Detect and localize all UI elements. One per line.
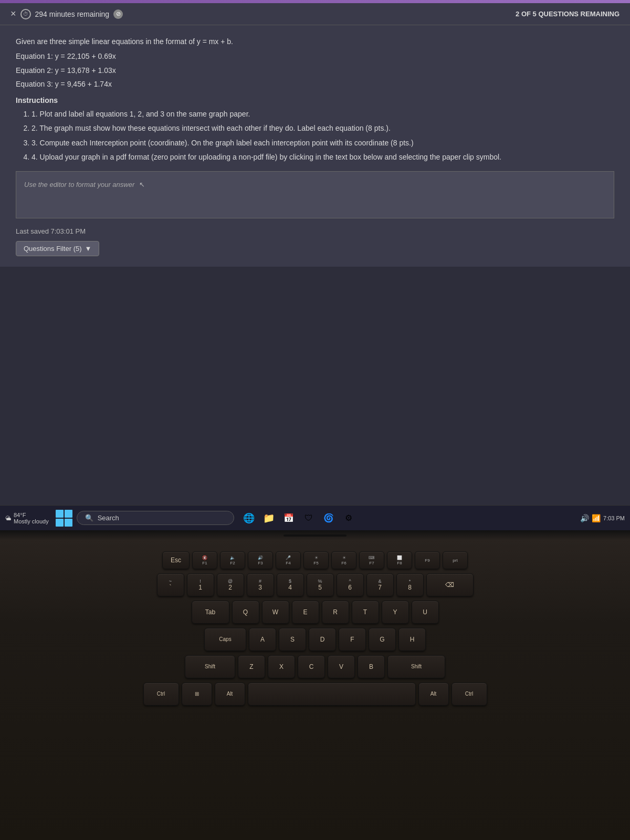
calendar-icon[interactable]: 📅 <box>281 510 297 526</box>
search-placeholder-text: Search <box>98 514 119 522</box>
laptop-screen: × ⏱ 294 minutes remaining ⊘ 2 OF 5 QUEST… <box>0 0 630 530</box>
timer-bar: × ⏱ 294 minutes remaining ⊘ 2 OF 5 QUEST… <box>0 3 630 25</box>
key-ctrl-right[interactable]: Ctrl <box>452 682 487 706</box>
timer-icon: ⏱ <box>20 9 31 19</box>
key-3[interactable]: # 3 <box>247 573 274 596</box>
taskbar: 🌥 84°F Mostly cloudy 🔍 Search 🌐 📁 📅 🛡 🌀 … <box>0 505 630 530</box>
cancel-timer-icon[interactable]: ⊘ <box>113 9 123 19</box>
key-shift-left[interactable]: Shift <box>185 655 235 678</box>
edge-icon[interactable]: 🌀 <box>321 510 337 526</box>
questions-filter-label: Questions Filter (5) <box>24 245 82 253</box>
equation2-text: Equation 2: y = 13,678 + 1.03x <box>16 65 614 76</box>
key-win[interactable]: ⊞ <box>182 682 212 706</box>
instruction-3: 3. Compute each Interception point (coor… <box>32 137 614 149</box>
network-icon[interactable]: 📶 <box>592 514 601 522</box>
key-space[interactable] <box>248 682 416 706</box>
last-saved-text: Last saved 7:03:01 PM <box>16 226 614 237</box>
instruction-1: 1. Plot and label all equations 1, 2, an… <box>32 108 614 120</box>
equation3-text: Equation 3: y = 9,456 + 1.74x <box>16 78 614 90</box>
key-4[interactable]: $ 4 <box>277 573 304 596</box>
clock: 7:03 PM <box>603 515 625 521</box>
key-alt-left[interactable]: Alt <box>215 682 245 706</box>
key-2[interactable]: @ 2 <box>217 573 244 596</box>
file-manager-icon[interactable]: 📁 <box>261 510 277 526</box>
key-b[interactable]: B <box>358 655 385 678</box>
home-key-row: Caps A S D F G H <box>16 628 614 651</box>
weather-icon: 🌥 <box>5 515 11 521</box>
qwerty-key-row: Tab Q W E R T Y U <box>16 601 614 624</box>
content-area: Given are three simple linear equations … <box>0 25 630 267</box>
key-esc[interactable]: Esc <box>162 551 190 569</box>
key-w[interactable]: W <box>262 601 289 624</box>
search-icon: 🔍 <box>85 514 93 522</box>
key-t[interactable]: T <box>352 601 379 624</box>
dropdown-arrow-icon: ▼ <box>85 245 92 253</box>
fn-key-row: Esc 🔇 F1 🔈 F2 🔊 F3 🎤 F4 ☀ F5 <box>16 551 614 569</box>
number-key-row: ~ ` ! 1 @ 2 # 3 $ 4 % 5 <box>16 573 614 596</box>
key-f6[interactable]: ☀ F6 <box>331 551 356 569</box>
key-f3[interactable]: 🔊 F3 <box>248 551 273 569</box>
instruction-2: 2. The graph must show how these equatio… <box>32 122 614 134</box>
key-f4[interactable]: 🎤 F4 <box>276 551 301 569</box>
key-q[interactable]: Q <box>232 601 259 624</box>
key-f7[interactable]: ⌨ F7 <box>359 551 384 569</box>
key-f[interactable]: F <box>339 628 366 651</box>
key-tilde[interactable]: ~ ` <box>157 573 184 596</box>
settings-icon[interactable]: ⚙ <box>341 510 356 526</box>
instruction-4: 4. Upload your graph in a pdf format (ze… <box>32 151 614 163</box>
bottom-key-row: Shift Z X C V B Shift <box>16 655 614 678</box>
key-f2[interactable]: 🔈 F2 <box>220 551 245 569</box>
equation1-text: Equation 1: y = 22,105 + 0.69x <box>16 50 614 62</box>
key-8[interactable]: * 8 <box>396 573 424 596</box>
key-f8[interactable]: ⬜ F8 <box>387 551 412 569</box>
key-prt[interactable]: prt <box>443 551 468 569</box>
key-f5[interactable]: ☀ F5 <box>303 551 329 569</box>
key-c[interactable]: C <box>298 655 325 678</box>
start-button[interactable] <box>56 510 72 527</box>
temperature-label: 84°F <box>14 512 49 518</box>
volume-icon[interactable]: 🔊 <box>580 514 589 522</box>
key-a[interactable]: A <box>249 628 276 651</box>
key-6[interactable]: ^ 6 <box>337 573 364 596</box>
keyboard: Esc 🔇 F1 🔈 F2 🔊 F3 🎤 F4 ☀ F5 <box>0 541 630 720</box>
key-tab[interactable]: Tab <box>192 601 229 624</box>
key-h[interactable]: H <box>398 628 426 651</box>
key-backspace[interactable]: ⌫ <box>426 573 474 596</box>
key-caps-lock[interactable]: Caps <box>204 628 246 651</box>
questions-remaining-label: 2 OF 5 QUESTIONS REMAINING <box>516 10 620 18</box>
key-f9[interactable]: F9 <box>415 551 440 569</box>
laptop-body: Esc 🔇 F1 🔈 F2 🔊 F3 🎤 F4 ☀ F5 <box>0 530 630 840</box>
key-g[interactable]: G <box>369 628 396 651</box>
questions-filter-button[interactable]: Questions Filter (5) ▼ <box>16 241 99 256</box>
key-5[interactable]: % 5 <box>307 573 334 596</box>
weather-widget[interactable]: 🌥 84°F Mostly cloudy <box>5 512 49 524</box>
taskbar-search-bar[interactable]: 🔍 Search <box>77 511 234 525</box>
key-u[interactable]: U <box>412 601 439 624</box>
editor-placeholder: Use the editor to format your answer <box>24 181 134 188</box>
weather-condition-label: Mostly cloudy <box>14 518 49 524</box>
key-7[interactable]: & 7 <box>366 573 394 596</box>
globe-icon[interactable]: 🌐 <box>241 510 257 526</box>
key-ctrl[interactable]: Ctrl <box>143 682 179 706</box>
shield-icon[interactable]: 🛡 <box>301 510 317 526</box>
system-tray: 🔊 📶 7:03 PM <box>580 514 625 522</box>
close-x-button[interactable]: × <box>10 8 16 19</box>
key-1[interactable]: ! 1 <box>187 573 214 596</box>
key-e[interactable]: E <box>292 601 319 624</box>
key-z[interactable]: Z <box>238 655 265 678</box>
space-key-row: Ctrl ⊞ Alt Alt Ctrl <box>16 682 614 706</box>
key-x[interactable]: X <box>268 655 295 678</box>
timer-label: 294 minutes remaining <box>35 10 110 18</box>
instructions-title: Instructions <box>16 94 614 106</box>
key-r[interactable]: R <box>322 601 349 624</box>
key-v[interactable]: V <box>328 655 355 678</box>
laptop-hinge <box>0 530 630 541</box>
key-f1[interactable]: 🔇 F1 <box>192 551 217 569</box>
intro-text: Given are three simple linear equations … <box>16 36 614 47</box>
key-d[interactable]: D <box>309 628 336 651</box>
answer-editor[interactable]: Use the editor to format your answer ↖ <box>16 171 614 218</box>
key-y[interactable]: Y <box>382 601 409 624</box>
key-s[interactable]: S <box>279 628 306 651</box>
key-alt-right[interactable]: Alt <box>418 682 449 706</box>
key-shift-right[interactable]: Shift <box>387 655 445 678</box>
